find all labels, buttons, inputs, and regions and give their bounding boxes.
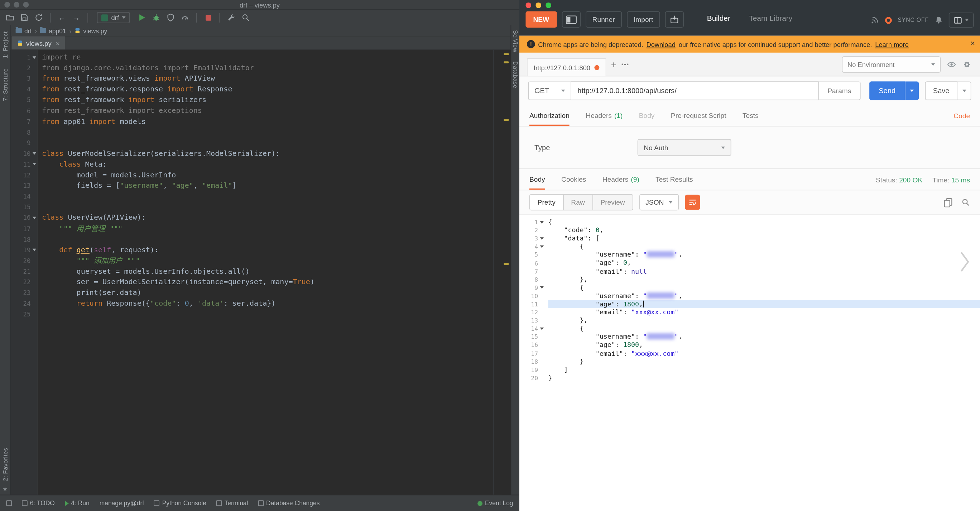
synchronize-button[interactable] — [33, 12, 45, 23]
raw-button[interactable]: Raw — [563, 194, 593, 210]
toolwindow-database-button[interactable]: Database — [512, 61, 519, 88]
fold-icon[interactable] — [540, 286, 544, 289]
debug-button[interactable] — [150, 12, 162, 23]
statusbar-python-console-button[interactable]: Python Console — [154, 500, 206, 507]
toolwindow-sciview-button[interactable]: SciView — [512, 30, 519, 53]
preview-button[interactable]: Preview — [593, 194, 632, 210]
minimize-window-button[interactable] — [536, 3, 541, 8]
tab-headers[interactable]: Headers(1) — [585, 105, 622, 126]
save-all-button[interactable] — [18, 12, 31, 23]
forward-button[interactable]: → — [70, 12, 83, 23]
environment-select[interactable]: No Environment — [842, 56, 940, 72]
statusbar-run-button[interactable]: 4: Run — [65, 500, 89, 507]
layout-view-button[interactable] — [949, 13, 974, 28]
breadcrumb-item-app01[interactable]: app01 — [40, 27, 66, 34]
tab-authorization[interactable]: Authorization — [530, 105, 570, 126]
statusbar-run-config-label[interactable]: manage.py@drf — [100, 500, 144, 507]
toolwindow-project-button[interactable]: 1: Project — [2, 31, 8, 58]
learn-more-link[interactable]: Learn more — [875, 40, 909, 48]
wrap-lines-button[interactable] — [685, 194, 700, 210]
new-button[interactable]: NEW — [525, 11, 557, 27]
send-button[interactable]: Send — [869, 81, 905, 100]
download-link[interactable]: Download — [646, 40, 675, 48]
tab-pre-request-script[interactable]: Pre-request Script — [671, 105, 726, 126]
code-link[interactable]: Code — [953, 105, 970, 126]
fold-icon[interactable] — [32, 163, 36, 166]
request-tab[interactable]: http://127.0.0.1:800 — [527, 59, 606, 77]
runner-button[interactable]: Runner — [585, 11, 622, 27]
editor-gutter[interactable]: 1234567891011121314151617181920212223242… — [11, 50, 38, 495]
run-configuration-select[interactable]: drf — [97, 12, 130, 23]
toolwindow-structure-button[interactable]: 7: Structure — [2, 68, 8, 102]
save-button[interactable]: Save — [925, 81, 958, 100]
profiler-button[interactable] — [179, 12, 192, 23]
send-options-button[interactable] — [905, 81, 918, 100]
save-options-button[interactable] — [958, 81, 971, 100]
tab-tests[interactable]: Tests — [743, 105, 759, 126]
back-button[interactable]: ← — [56, 12, 68, 23]
editor-code-area[interactable]: import refrom django.core.validators imp… — [38, 50, 502, 495]
tab-body[interactable]: Body — [639, 105, 655, 126]
language-select[interactable]: JSON — [640, 194, 679, 210]
fold-icon[interactable] — [32, 217, 36, 219]
settings-button[interactable] — [963, 60, 971, 68]
fold-icon[interactable] — [540, 245, 544, 248]
toolwindow-favorites-button[interactable]: 2: Favorites — [2, 447, 8, 481]
notifications-button[interactable] — [934, 16, 943, 24]
run-with-coverage-button[interactable] — [164, 12, 177, 23]
statusbar-database-changes-button[interactable]: Database Changes — [258, 500, 320, 507]
search-everywhere-button[interactable] — [240, 12, 252, 23]
toggle-sidebar-button[interactable] — [562, 11, 580, 27]
tab-response-headers[interactable]: Headers(9) — [603, 169, 640, 190]
fold-icon[interactable] — [540, 328, 544, 330]
params-button[interactable]: Params — [819, 81, 861, 100]
editor-scrollbar[interactable] — [502, 50, 511, 495]
code-editor[interactable]: 1234567891011121314151617181920212223242… — [11, 50, 511, 495]
run-button[interactable] — [136, 12, 148, 23]
statusbar-terminal-button[interactable]: Terminal — [216, 500, 248, 507]
capture-requests-button[interactable] — [665, 11, 683, 27]
tab-test-results[interactable]: Test Results — [655, 169, 693, 190]
statusbar-event-log-button[interactable]: Event Log — [477, 500, 513, 507]
line-number: 13 — [11, 181, 38, 191]
tab-options-button[interactable]: ••• — [622, 61, 629, 67]
tab-response-body[interactable]: Body — [530, 169, 545, 190]
copy-response-button[interactable] — [944, 197, 953, 207]
breadcrumb-item-viewspy[interactable]: views.py — [75, 27, 107, 34]
zoom-window-button[interactable] — [546, 3, 551, 8]
environment-preview-button[interactable] — [947, 60, 956, 68]
fold-icon[interactable] — [540, 237, 544, 240]
auth-type-select[interactable]: No Auth — [638, 139, 732, 156]
method-select[interactable]: GET — [528, 81, 571, 100]
stop-button[interactable] — [202, 12, 215, 23]
fold-icon[interactable] — [540, 221, 544, 223]
interceptor-button[interactable] — [871, 16, 879, 24]
breadcrumb-item-drf[interactable]: drf — [16, 27, 32, 34]
url-input[interactable] — [571, 81, 819, 100]
scroll-right-chevron-icon[interactable] — [960, 251, 970, 272]
import-button[interactable]: Import — [627, 11, 660, 27]
toolwindow-switcher-icon[interactable] — [6, 500, 12, 506]
tab-team-library[interactable]: Team Library — [749, 14, 792, 22]
response-body-viewer[interactable]: 1234567891011121314151617181920 { "code"… — [519, 214, 980, 511]
statusbar-todo-button[interactable]: 6: TODO — [22, 500, 55, 507]
tab-cookies[interactable]: Cookies — [561, 169, 586, 190]
search-response-button[interactable] — [961, 198, 970, 206]
fold-icon[interactable] — [32, 56, 36, 59]
open-file-button[interactable] — [3, 12, 16, 23]
editor-tab-viewspy[interactable]: views.py × — [12, 36, 65, 49]
chevron-down-icon — [931, 63, 935, 65]
close-banner-icon[interactable]: × — [970, 38, 975, 48]
pretty-button[interactable]: Pretty — [530, 194, 564, 210]
fold-icon[interactable] — [32, 152, 36, 155]
close-window-button[interactable] — [525, 3, 531, 8]
wrench-settings-button[interactable] — [225, 12, 238, 23]
close-tab-icon[interactable]: × — [56, 39, 60, 46]
new-tab-button[interactable]: + — [606, 59, 622, 70]
response-code-area[interactable]: { "code": 0, "data": [ { "username": "",… — [546, 215, 980, 511]
ide-titlebar[interactable]: drf – views.py — [0, 0, 519, 10]
code-token: UserView(APIView): — [64, 213, 146, 222]
sync-status-icon[interactable] — [885, 16, 892, 23]
tab-builder[interactable]: Builder — [707, 14, 730, 22]
fold-icon[interactable] — [32, 249, 36, 251]
